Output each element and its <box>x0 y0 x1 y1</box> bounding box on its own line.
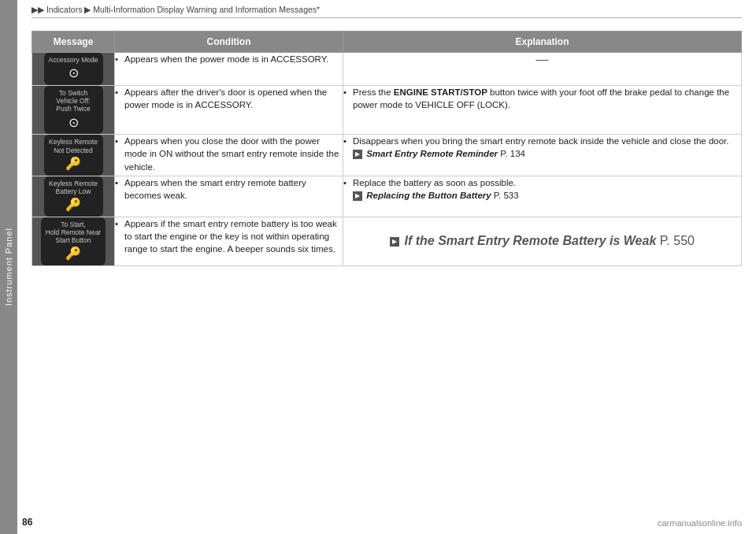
condition-item: Appears when the smart entry remote batt… <box>115 176 343 202</box>
table-row: To SwitchVehicle Off:Push Twice ⊙ Appear… <box>32 85 742 134</box>
info-table: Message Condition Explanation Accessory … <box>32 31 742 266</box>
icon-label-1: Accessory Mode <box>49 56 98 64</box>
condition-cell-4: Appears when the smart entry remote batt… <box>115 176 343 217</box>
icon-symbol-2: ⊙ <box>49 115 98 132</box>
explanation-cell-4: Replace the battery as soon as possible.… <box>343 176 742 217</box>
ref-text-5: If the Smart Entry Remote Battery is Wea… <box>405 234 657 247</box>
icon-cell-1: Accessory Mode ⊙ <box>32 53 115 86</box>
ref-text-4: Replacing the Button Battery <box>366 191 491 200</box>
condition-cell-1: Appears when the power mode is in ACCESS… <box>115 53 343 86</box>
breadcrumb-arrow1: ▶▶ <box>32 5 44 14</box>
explanation-item: Press the ENGINE START/STOP button twice… <box>343 86 741 111</box>
condition-cell-2: Appears after the driver's door is opene… <box>115 85 343 134</box>
table-row: Keyless RemoteBattery Low 🔑 Appears when… <box>32 176 742 217</box>
col-header-message: Message <box>32 32 115 53</box>
breadcrumb-part2: Multi-Information Display Warning and In… <box>93 5 320 14</box>
display-icon-2: To SwitchVehicle Off:Push Twice ⊙ <box>44 86 103 134</box>
icon-cell-5: To Start,Hold Remote NearStart Button 🔑 <box>32 217 115 265</box>
icon-label-4: Keyless RemoteBattery Low <box>49 180 98 195</box>
icon-label-5: To Start,Hold Remote NearStart Button <box>46 221 101 245</box>
icon-cell-4: Keyless RemoteBattery Low 🔑 <box>32 176 115 217</box>
condition-item: Appears if the smart entry remote batter… <box>115 217 343 255</box>
display-icon-5: To Start,Hold Remote NearStart Button 🔑 <box>41 217 106 265</box>
explanation-item: Replace the battery as soon as possible.… <box>343 176 741 202</box>
explanation-cell-2: Press the ENGINE START/STOP button twice… <box>343 85 742 134</box>
ref-icon-5: ▶ <box>390 237 399 247</box>
condition-item: Appears after the driver's door is opene… <box>115 86 343 111</box>
table-row: Keyless RemoteNot Detected 🔑 Appears whe… <box>32 135 742 176</box>
breadcrumb: ▶▶ Indicators ▶ Multi-Information Displa… <box>32 0 742 18</box>
page-number: 86 <box>22 517 32 528</box>
col-header-explanation: Explanation <box>343 32 742 53</box>
icon-symbol-1: ⊙ <box>49 65 98 82</box>
explanation-cell-1: — <box>343 53 742 86</box>
bold-text: ENGINE START/STOP <box>394 87 487 97</box>
explanation-cell-3: Disappears when you bring the smart entr… <box>343 135 742 176</box>
ref-text-3: Smart Entry Remote Reminder <box>366 149 498 158</box>
main-content: ▶▶ Indicators ▶ Multi-Information Displa… <box>17 0 756 534</box>
icon-symbol-5: 🔑 <box>46 246 101 262</box>
condition-cell-3: Appears when you close the door with the… <box>115 135 343 176</box>
sidebar-label: Instrument Panel <box>4 228 13 306</box>
display-icon-1: Accessory Mode ⊙ <box>44 53 103 85</box>
dash-1: — <box>536 53 549 66</box>
icon-label-3: Keyless RemoteNot Detected <box>49 138 98 154</box>
icon-symbol-3: 🔑 <box>49 156 98 172</box>
display-icon-4: Keyless RemoteBattery Low 🔑 <box>44 176 103 217</box>
breadcrumb-arrow2: ▶ <box>84 5 91 14</box>
icon-cell-3: Keyless RemoteNot Detected 🔑 <box>32 135 115 176</box>
explanation-cell-5: ▶ If the Smart Entry Remote Battery is W… <box>343 217 742 265</box>
table-row: Accessory Mode ⊙ Appears when the power … <box>32 53 742 86</box>
condition-item: Appears when the power mode is in ACCESS… <box>115 53 343 65</box>
ref-icon-4: ▶ <box>353 191 362 201</box>
col-header-condition: Condition <box>115 32 343 53</box>
ref-icon-3: ▶ <box>353 150 362 159</box>
table-row: To Start,Hold Remote NearStart Button 🔑 … <box>32 217 742 265</box>
condition-item: Appears when you close the door with the… <box>115 135 343 172</box>
icon-cell-2: To SwitchVehicle Off:Push Twice ⊙ <box>32 85 115 134</box>
icon-label-2: To SwitchVehicle Off:Push Twice <box>49 89 98 113</box>
display-icon-3: Keyless RemoteNot Detected 🔑 <box>44 135 103 175</box>
sidebar-tab: Instrument Panel <box>0 0 17 534</box>
condition-cell-5: Appears if the smart entry remote batter… <box>115 217 343 265</box>
explanation-item: Disappears when you bring the smart entr… <box>343 135 741 160</box>
icon-symbol-4: 🔑 <box>49 197 98 213</box>
breadcrumb-part1: Indicators <box>46 5 84 14</box>
watermark: carmanualsonline.info <box>658 518 742 528</box>
